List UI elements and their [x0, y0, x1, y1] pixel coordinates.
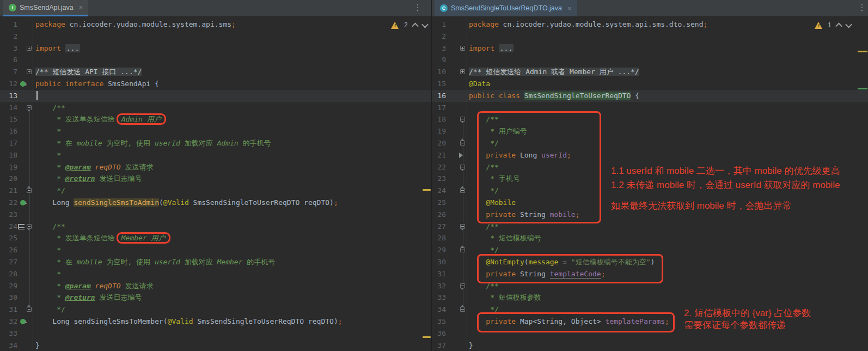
editor-split-divider[interactable] — [431, 0, 432, 351]
line-number: 21 — [0, 185, 17, 197]
inspections-widget[interactable]: ! 2 — [391, 21, 427, 29]
highlight-stripe-mark[interactable] — [858, 88, 867, 89]
implemented-method-icon[interactable]: ↓ — [20, 81, 29, 87]
warning-icon: ! — [815, 22, 823, 29]
code-line: 15 * 发送单条短信给Admin 用户 — [0, 113, 431, 125]
fold-marker-icon[interactable] — [460, 141, 465, 146]
line-number: 2 — [432, 31, 446, 43]
line-number: 34 — [432, 304, 446, 316]
implemented-method-icon[interactable]: ↓ — [20, 199, 29, 206]
line-number: 26 — [432, 209, 446, 221]
warning-count: 2 — [404, 21, 408, 29]
line-number: 35 — [432, 316, 446, 328]
fold-marker-icon[interactable] — [27, 307, 32, 312]
fold-marker-icon[interactable] — [460, 283, 465, 288]
code-line: 30 * @return 发送日志编号 — [0, 292, 431, 304]
line-number: 27 — [432, 221, 446, 233]
fold-marker-icon[interactable] — [27, 69, 32, 74]
code-line: 33 — [0, 328, 431, 340]
code-line: 27 * 在 mobile 为空时, 使用 userId 加载对应 Member… — [0, 256, 431, 268]
fold-marker-icon[interactable] — [460, 247, 465, 252]
chevron-down-icon[interactable] — [421, 21, 429, 28]
warning-stripe-mark[interactable] — [423, 189, 431, 191]
chevron-down-icon[interactable] — [845, 21, 852, 28]
line-number: 25 — [0, 232, 17, 244]
line-number: 19 — [0, 161, 17, 173]
editor-smssendapi[interactable]: 1package cn.iocoder.yudao.module.system.… — [0, 16, 431, 351]
editor-tabbar-left: I SmsSendApi.java × ⋮ — [0, 0, 431, 16]
annotation-box-templateparams — [477, 312, 675, 332]
line-number: 22 — [0, 197, 17, 209]
code-line: 28 * 短信模板编号 — [432, 232, 868, 244]
fold-marker-icon[interactable] — [460, 307, 465, 312]
tab-smssendsingletouserreqdto[interactable]: C SmsSendSingleToUserReqDTO.java × — [435, 0, 577, 16]
code-line: 2 — [0, 31, 431, 43]
line-number: 9 — [432, 54, 446, 66]
line-number: 24 — [432, 185, 446, 197]
fold-marker-icon[interactable] — [460, 224, 465, 229]
line-number: 29 — [432, 244, 446, 256]
code-line: 31 */ — [0, 304, 431, 316]
code-line: 16 * — [0, 125, 431, 137]
line-number: 13 — [0, 90, 17, 102]
fold-marker-icon[interactable] — [460, 117, 465, 122]
code-line: 17 * 在 mobile 为空时, 使用 userId 加载对应 Admin … — [0, 137, 431, 149]
line-number: 16 — [0, 125, 17, 137]
line-number: 12 — [0, 78, 17, 90]
fold-marker-icon[interactable] — [27, 105, 32, 110]
code-line: 33 * 短信模板参数 — [432, 292, 868, 304]
line-number: 33 — [432, 292, 446, 304]
code-line: 2 — [432, 31, 868, 43]
code-line: 1package cn.iocoder.yudao.module.system.… — [0, 19, 431, 31]
fold-marker-icon[interactable] — [460, 165, 465, 170]
code-line: 19 * @param reqDTO 发送请求 — [0, 161, 431, 173]
code-line: 32↓ Long sendSingleSmsToMember(@Valid Sm… — [0, 316, 431, 328]
line-number: 33 — [0, 328, 17, 340]
fold-marker-icon[interactable] — [27, 188, 32, 193]
code-line: 3import ... — [0, 43, 431, 55]
code-line: 3import ... — [432, 43, 868, 55]
line-number: 26 — [0, 244, 17, 256]
annotation-box-notempty — [477, 254, 663, 283]
fold-marker-icon[interactable] — [460, 188, 465, 193]
fold-marker-icon[interactable] — [460, 46, 465, 51]
line-number: 20 — [432, 137, 446, 149]
tab-options-kebab-icon[interactable]: ⋮ — [857, 3, 867, 13]
code-line: 20 * @return 发送日志编号 — [0, 173, 431, 185]
line-number: 25 — [432, 197, 446, 209]
line-number: 10 — [432, 66, 446, 78]
fold-marker-icon[interactable] — [27, 224, 32, 229]
tab-options-kebab-icon[interactable]: ⋮ — [413, 3, 423, 13]
code-line: 15@Data — [432, 78, 868, 90]
warning-stripe-mark[interactable] — [423, 336, 431, 338]
annotation-note: 1.2 未传递 mobile 时，会通过 userId 获取对应的 mobile — [611, 179, 840, 191]
annotation-note: 1.1 userId 和 mobile 二选一，其中 mobile 的优先级更高 — [611, 165, 840, 177]
code-line: 21 */ — [0, 185, 431, 197]
fold-marker-icon[interactable] — [27, 46, 32, 51]
implemented-method-icon[interactable]: ↓ — [20, 318, 29, 325]
line-number: 6 — [0, 54, 17, 66]
line-number: 17 — [0, 137, 17, 149]
warning-stripe-mark[interactable] — [858, 51, 867, 52]
chevron-up-icon[interactable] — [412, 22, 419, 29]
line-number: 24 — [0, 221, 17, 233]
chevron-up-icon[interactable] — [835, 22, 842, 29]
fold-marker-icon[interactable] — [460, 69, 465, 74]
line-number: 32 — [0, 316, 17, 328]
tab-smssendapi[interactable]: I SmsSendApi.java × — [3, 0, 88, 16]
annotation-note: 2. 短信模板中的 {var} 占位参数 — [684, 307, 811, 319]
close-tab-icon[interactable]: × — [567, 4, 572, 13]
code-line: 28 * — [0, 268, 431, 280]
line-number: 2 — [0, 31, 17, 43]
bookmark-icon[interactable] — [18, 224, 25, 229]
line-number: 19 — [432, 125, 446, 137]
line-number: 3 — [432, 43, 446, 55]
text-caret — [36, 91, 38, 100]
code-line: 29 * @param reqDTO 发送请求 — [0, 280, 431, 292]
code-line: 34} — [0, 340, 431, 351]
line-number: 31 — [0, 304, 17, 316]
inspections-widget[interactable]: ! 1 — [815, 21, 851, 29]
line-number: 7 — [0, 66, 17, 78]
code-line: 6 — [0, 54, 431, 66]
close-tab-icon[interactable]: × — [79, 3, 83, 11]
